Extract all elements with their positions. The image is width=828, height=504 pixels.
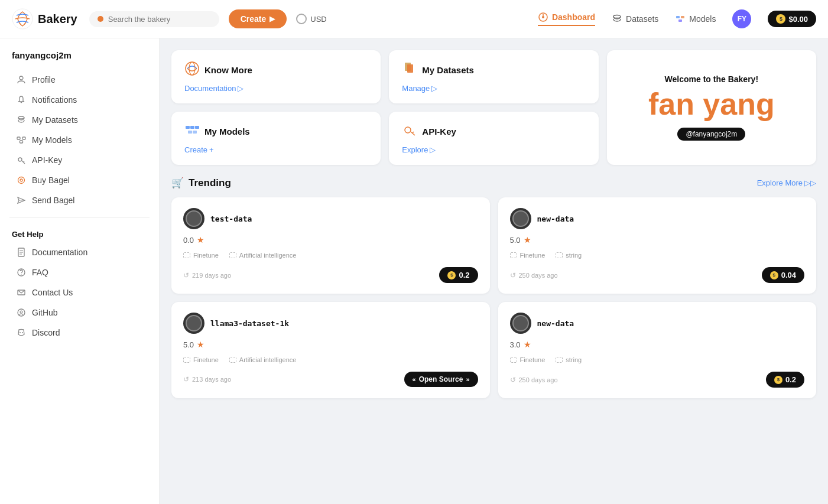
svg-point-16 (18, 177, 25, 184)
open-source-badge-2[interactable]: « Open Source » (404, 372, 478, 387)
my-models-card-icon (184, 122, 200, 141)
trending-title: 🛒 Trending (171, 177, 231, 189)
os-arrows-icon-right: » (466, 376, 469, 383)
time-ago-3: ↺ 250 days ago (510, 376, 558, 384)
layout: fanyangcoj2m Profile Notifications My Da… (0, 38, 828, 504)
price-badge-3[interactable]: $ 0.2 (766, 372, 804, 388)
explore-link[interactable]: Explore ▷ (402, 145, 585, 154)
sidebar-item-my-datasets[interactable]: My Datasets (5, 110, 154, 130)
mail-icon (17, 288, 26, 297)
clock-icon-3: ↺ (510, 376, 516, 384)
card-footer-1: ↺ 250 days ago $ 0.04 (510, 267, 805, 283)
card-footer-0: ↺ 219 days ago $ 0.2 (183, 267, 478, 283)
price-badge-0[interactable]: $ 0.2 (439, 267, 478, 283)
svg-rect-6 (681, 16, 684, 18)
svg-point-8 (20, 76, 23, 80)
bell-icon (17, 95, 26, 105)
create-model-link[interactable]: Create + (184, 145, 368, 154)
trending-section-header: 🛒 Trending Explore More ▷▷ (171, 177, 816, 189)
svg-point-2 (542, 16, 544, 18)
faq-icon (17, 268, 26, 277)
quick-card-know-more[interactable]: Know More Documentation ▷ (171, 50, 381, 103)
trending-card-3[interactable]: new-data 3.0 ★ Finetune string (498, 302, 817, 398)
create-button[interactable]: Create ▶ (229, 9, 287, 28)
sidebar-item-discord[interactable]: Discord (5, 323, 154, 343)
manage-link[interactable]: Manage ▷ (402, 84, 585, 93)
tag-ai-2: Artificial intelligence (229, 356, 297, 363)
nav-models[interactable]: Models (675, 14, 716, 24)
tag-finetune-2: Finetune (183, 356, 219, 363)
svg-point-28 (20, 332, 21, 333)
tags-3: Finetune string (510, 356, 805, 363)
welcome-card: Welcome to the Bakery! fan yang @fanyang… (607, 50, 816, 165)
user-avatar[interactable]: FY (732, 9, 751, 28)
rating-3: 3.0 ★ (510, 340, 805, 349)
nav-datasets[interactable]: Datasets (612, 14, 658, 24)
tag-dot-icon (556, 252, 563, 258)
sidebar-item-my-models[interactable]: My Models (5, 130, 154, 150)
sidebar-item-send-bagel[interactable]: Send Bagel (5, 190, 154, 210)
balance-badge[interactable]: $ $0.00 (768, 11, 816, 27)
quick-card-api-key[interactable]: API-Key Explore ▷ (389, 112, 598, 165)
know-more-title: Know More (204, 65, 252, 75)
svg-point-17 (20, 179, 22, 181)
clock-icon-0: ↺ (183, 271, 189, 279)
svg-line-41 (413, 132, 414, 133)
tag-string-3: string (556, 356, 582, 363)
trending-card-1[interactable]: new-data 5.0 ★ Finetune string (498, 197, 817, 294)
sidebar: fanyangcoj2m Profile Notifications My Da… (0, 38, 160, 504)
svg-point-39 (405, 127, 411, 133)
sidebar-item-contact-us[interactable]: Contact Us (5, 282, 154, 303)
price-dollar-icon-1: $ (770, 271, 778, 279)
sidebar-item-profile[interactable]: Profile (5, 70, 154, 90)
sidebar-item-documentation[interactable]: Documentation (5, 242, 154, 262)
trending-icon: 🛒 (171, 177, 184, 189)
know-more-icon (184, 61, 200, 79)
svg-rect-35 (190, 126, 194, 129)
sidebar-divider (9, 217, 150, 218)
nav-dashboard[interactable]: Dashboard (538, 12, 595, 26)
nav-links: Dashboard Datasets Models FY $ $0.00 (538, 9, 816, 28)
tag-dot-icon (183, 357, 190, 363)
database-icon (17, 115, 26, 125)
logo[interactable]: Bakery (12, 8, 77, 30)
dollar-icon: $ (776, 14, 785, 24)
sidebar-item-notifications[interactable]: Notifications (5, 90, 154, 110)
sidebar-item-api-key[interactable]: API-Key (5, 150, 154, 170)
tag-dot-icon (556, 357, 563, 363)
price-badge-1[interactable]: $ 0.04 (762, 267, 804, 283)
clock-icon-2: ↺ (183, 375, 189, 383)
trending-card-2[interactable]: llama3-dataset-1k 5.0 ★ Finetune Artific… (171, 302, 490, 398)
svg-rect-5 (676, 16, 680, 18)
sidebar-item-github[interactable]: GitHub (5, 303, 154, 323)
svg-point-13 (18, 158, 22, 161)
my-models-card-title: My Models (204, 126, 250, 136)
app-name: Bakery (38, 12, 77, 26)
sidebar-item-buy-bagel[interactable]: Buy Bagel (5, 170, 154, 190)
tags-2: Finetune Artificial intelligence (183, 356, 478, 363)
search-input[interactable] (108, 15, 203, 24)
welcome-title: Welcome to the Bakery! (665, 74, 758, 84)
sidebar-item-faq[interactable]: FAQ (5, 262, 154, 282)
sidebar-username: fanyangcoj2m (0, 50, 159, 70)
trending-grid: test-data 0.0 ★ Finetune Artificial inte… (171, 197, 816, 398)
tag-dot-icon (510, 357, 517, 363)
documentation-link[interactable]: Documentation ▷ (184, 84, 368, 93)
time-ago-1: ↺ 250 days ago (510, 271, 558, 279)
quick-card-my-datasets[interactable]: My Datasets Manage ▷ (389, 50, 598, 103)
datasets-icon (612, 14, 622, 24)
svg-rect-37 (188, 131, 192, 134)
explore-more-link[interactable]: Explore More ▷▷ (757, 178, 816, 187)
tag-string-1: string (556, 252, 582, 259)
os-arrows-icon: « (413, 376, 416, 383)
currency-selector[interactable]: USD (296, 14, 326, 24)
github-icon (17, 308, 26, 317)
send-icon (17, 196, 26, 205)
time-ago-0: ↺ 219 days ago (183, 271, 231, 279)
dataset-avatar-3 (510, 313, 531, 334)
quick-card-my-models[interactable]: My Models Create + (171, 112, 381, 165)
rating-2: 5.0 ★ (183, 340, 478, 349)
dataset-name-2: llama3-dataset-1k (210, 319, 289, 328)
search-box[interactable] (89, 11, 219, 27)
trending-card-0[interactable]: test-data 0.0 ★ Finetune Artificial inte… (171, 197, 490, 294)
